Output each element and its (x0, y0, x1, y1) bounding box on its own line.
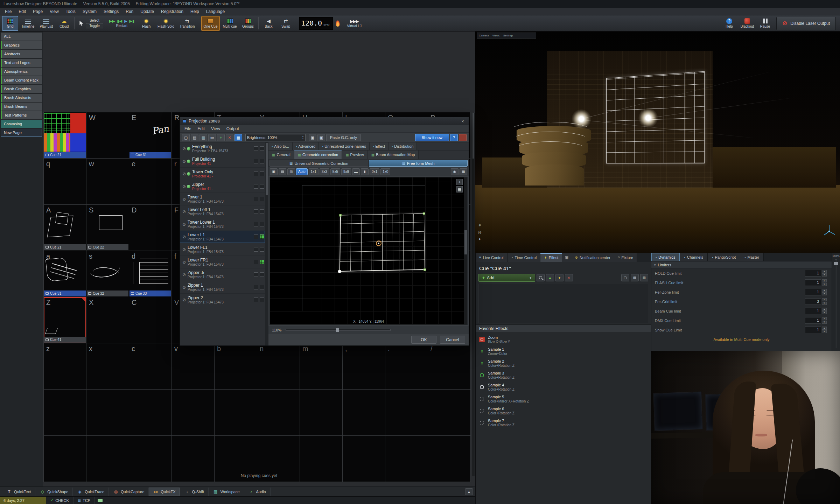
preview-3d-panel[interactable]: CameraViewsSettings ✳◎✦ (475, 31, 840, 253)
zone-option-tab[interactable]: Unresolved zone names (319, 142, 370, 150)
multi-cue-button[interactable]: Multi cue (221, 16, 239, 31)
add-effect-button[interactable]: +Add▾ (478, 274, 535, 282)
cue-cell[interactable] (86, 389, 129, 436)
quick-tool-tab[interactable]: Audio (244, 488, 271, 496)
zone-grid-checkbox[interactable] (260, 209, 264, 214)
restart-button[interactable]: Restart (116, 24, 127, 28)
zone-checkbox[interactable] (254, 260, 258, 264)
zone-checkbox[interactable] (254, 247, 258, 252)
selected-mesh-point[interactable] (376, 240, 382, 246)
spinner-arrows[interactable]: ▲▼ (822, 298, 827, 305)
zone-mute-icon[interactable]: ⊘ (181, 184, 187, 189)
cue-cell[interactable]: X (86, 297, 129, 343)
play-fast-icon[interactable]: ▶▶ (109, 19, 115, 23)
mesh-corner-handle[interactable] (339, 214, 342, 217)
zoom-slider[interactable] (286, 329, 391, 331)
limiter-spinbox[interactable]: 1 ▲▼ (805, 289, 827, 295)
control-tab[interactable]: Time Control (507, 253, 541, 262)
pause-button[interactable]: Pause (757, 16, 773, 31)
zone-checkbox[interactable] (254, 222, 258, 226)
favorite-effect-item[interactable]: Zoom Size X+Size Y (478, 334, 649, 345)
limiter-value[interactable]: 1 (805, 308, 821, 314)
search-button[interactable] (537, 274, 545, 281)
zone-checkbox[interactable] (254, 184, 258, 189)
correction-mode-tab[interactable]: Universal Geometric Correction (270, 160, 368, 167)
freeform-mesh[interactable] (340, 214, 425, 272)
paste-icon-button[interactable]: ▣ (317, 134, 325, 141)
zone-list-item[interactable]: ⊘ Everything Projector 1: FB4 15473 (180, 142, 265, 155)
cancel-button[interactable]: Cancel (440, 336, 465, 344)
menu-item[interactable]: Settings (100, 8, 122, 15)
zone-grid-checkbox[interactable] (260, 285, 264, 289)
favorite-effect-item[interactable]: Sample 5 Color+Mirror X+Rotation Z (478, 393, 649, 405)
cue-cell[interactable]: Cue 21 (43, 112, 86, 159)
zone-list-item[interactable]: ⊘ Zipper .5 Projector 1: FB4 15473 (180, 268, 265, 281)
zone-grid-checkbox[interactable] (260, 260, 264, 264)
sidebar-page-item[interactable]: Beam Content Pack (1, 76, 42, 84)
grid-view-button[interactable]: Grid (2, 16, 18, 31)
flash-solo-button[interactable]: Flash-Solo (155, 16, 176, 31)
favorite-effect-item[interactable]: Sample 2 Color+Rotation Z (478, 357, 649, 369)
menu-item[interactable]: Registration (158, 8, 187, 15)
canvas-grid-icon[interactable]: ▦ (456, 186, 463, 192)
zone-checkbox[interactable] (254, 272, 258, 277)
cue-cell[interactable]: / (428, 343, 471, 390)
zone-main-tab[interactable]: General (268, 150, 294, 159)
brightness-spinner[interactable]: ▲▼ (302, 135, 304, 139)
cue-cell[interactable] (428, 389, 471, 436)
cue-cell[interactable]: Cue 33 d (129, 251, 172, 297)
mesh-display-icon-button[interactable]: ▥ (287, 168, 295, 175)
bpm-display[interactable]: 120.0BPM (299, 17, 333, 30)
sidebar-page-item[interactable]: Test Patterns (1, 111, 42, 119)
quick-tool-tab[interactable]: Q-Shift (180, 488, 209, 496)
spinner-arrows[interactable]: ▲▼ (822, 289, 827, 295)
zone-mute-icon[interactable]: ⊘ (181, 197, 187, 202)
zone-list-item[interactable]: ⊘ Tower Only Projector 41 - (180, 168, 265, 180)
dialog-help-button[interactable]: ? (450, 134, 458, 141)
preview-menu-item[interactable]: Camera (479, 34, 489, 37)
zone-list-item[interactable]: ⊘ Full Building Projector 41 - (180, 155, 265, 168)
cue-cell[interactable] (342, 389, 385, 436)
help-button[interactable]: ?Help (721, 16, 737, 31)
zone-main-tab[interactable]: Preview (342, 150, 368, 159)
cue-cell[interactable]: m (300, 343, 343, 390)
groups-button[interactable]: Groups (240, 16, 256, 31)
playlist-button[interactable]: Play List (37, 16, 55, 31)
cue-cell[interactable]: Cue 22 S (86, 204, 129, 251)
back-button[interactable]: ◀Back (261, 16, 277, 31)
menu-item[interactable]: Page (29, 8, 46, 15)
zone-grid-checkbox[interactable] (260, 222, 264, 226)
limiter-spinbox[interactable]: 1 ▲▼ (805, 308, 827, 314)
cue-cell[interactable]: q (43, 158, 86, 205)
control-tab[interactable]: Notification center (571, 253, 614, 262)
cue-cell[interactable]: b (214, 343, 257, 390)
zone-grid-checkbox[interactable] (260, 159, 264, 163)
sidebar-page-item[interactable]: Graphics (1, 41, 42, 49)
spinner-arrows[interactable]: ▲▼ (822, 317, 827, 324)
master-slider[interactable] (835, 259, 837, 348)
dialog-menu-item[interactable]: View (208, 126, 223, 131)
zone-option-tab[interactable]: Advanced (293, 142, 319, 150)
zone-checkbox[interactable] (254, 285, 258, 289)
dynamics-tab[interactable]: Dynamics (651, 253, 680, 261)
zone-mute-icon[interactable]: ⊘ (181, 298, 187, 302)
cue-cell[interactable]: Cue 41 Z (43, 297, 86, 343)
limiter-value[interactable]: 1 (805, 327, 821, 333)
zone-mute-icon[interactable]: ⊘ (181, 159, 187, 164)
mesh-corner-handle[interactable] (424, 268, 426, 271)
zoom-slider-thumb[interactable] (336, 328, 339, 332)
cue-cell[interactable] (257, 389, 300, 436)
effect-list-area[interactable] (478, 284, 648, 323)
brightness-field[interactable]: Brightness: 100%▲▼ (245, 134, 306, 141)
limiter-spinbox[interactable]: 1 ▲▼ (805, 327, 827, 333)
dynamics-tab[interactable]: Master (740, 253, 764, 261)
move-down-button[interactable]: ▼ (555, 274, 564, 281)
snow-icon[interactable]: ✦ (478, 237, 482, 241)
cue-cell[interactable]: n (257, 343, 300, 390)
menu-item[interactable]: File (1, 8, 15, 15)
zone-mute-icon[interactable]: ⊘ (181, 172, 187, 176)
menu-item[interactable]: Update (137, 8, 158, 15)
limiter-value[interactable]: 1 (805, 270, 821, 276)
zone-option-tab[interactable]: Distribution (388, 142, 417, 150)
control-tab[interactable]: Live Control (476, 253, 507, 262)
